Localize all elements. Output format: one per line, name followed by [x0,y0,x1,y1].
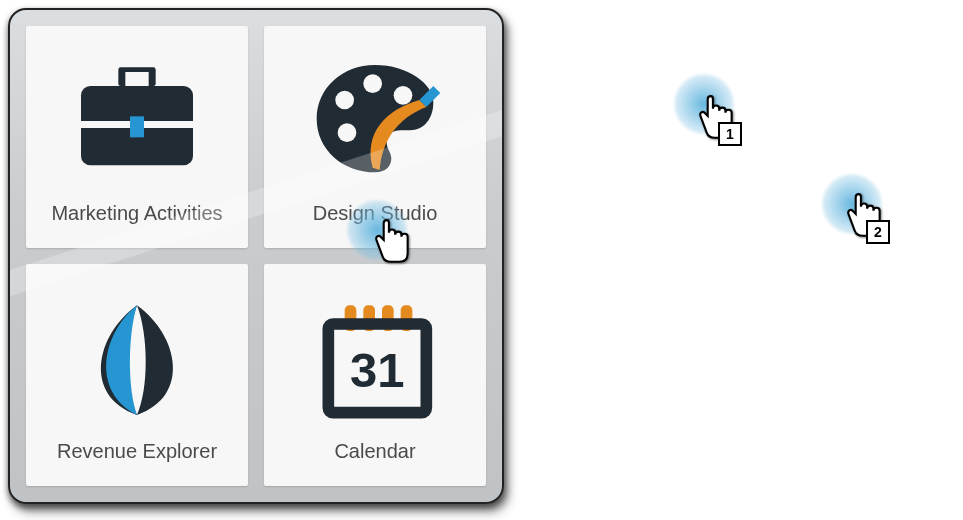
svg-point-6 [363,74,382,93]
svg-point-5 [335,91,354,110]
tile-grid: Marketing Activities Design Studio [10,10,502,502]
tile-marketing-activities[interactable]: Marketing Activities [26,26,248,248]
home-tile-panel: Marketing Activities Design Studio [8,8,504,504]
callout-badge-1: 1 [718,122,742,146]
palette-icon [300,46,450,196]
svg-text:31: 31 [350,343,405,397]
svg-point-7 [394,86,413,105]
svg-rect-1 [125,72,148,86]
svg-rect-4 [130,116,144,137]
tile-revenue-explorer[interactable]: Revenue Explorer [26,264,248,486]
callout-badge-2: 2 [866,220,890,244]
svg-point-8 [338,123,357,142]
fin-icon [62,284,212,434]
tile-label: Marketing Activities [51,202,222,225]
tile-label: Design Studio [313,202,438,225]
tile-label: Revenue Explorer [57,440,217,463]
tile-label: Calendar [334,440,415,463]
briefcase-icon [62,46,212,196]
tile-calendar[interactable]: 31 Calendar [264,264,486,486]
tile-design-studio[interactable]: Design Studio [264,26,486,248]
calendar-icon: 31 [300,284,450,434]
